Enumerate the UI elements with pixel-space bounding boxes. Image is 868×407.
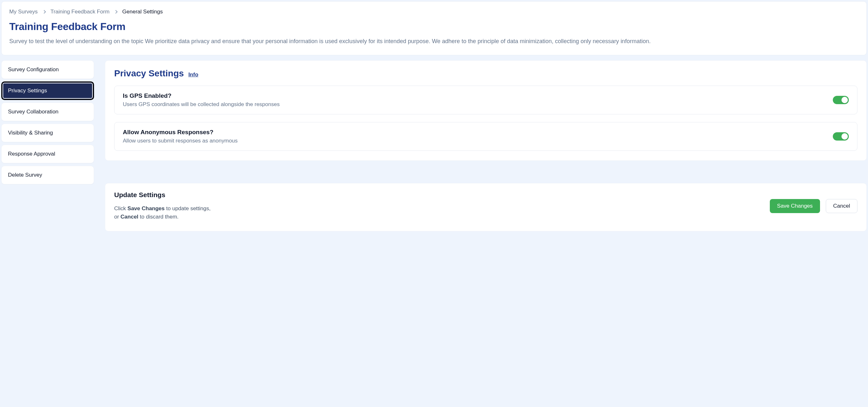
breadcrumb: My Surveys Training Feedback Form Genera… xyxy=(9,9,859,15)
sidebar-item-label: Survey Collaboration xyxy=(8,109,59,115)
setting-title: Allow Anonymous Responses? xyxy=(123,129,238,136)
cancel-button[interactable]: Cancel xyxy=(826,199,858,213)
panel-header: Privacy Settings Info xyxy=(114,68,858,78)
chevron-right-icon xyxy=(42,10,46,13)
panel-title: Privacy Settings xyxy=(114,68,184,78)
settings-sidebar: Survey Configuration Privacy Settings Su… xyxy=(1,60,94,184)
setting-text: Is GPS Enabled? Users GPS coordinates wi… xyxy=(123,92,280,108)
page-description: Survey to test the level of understandin… xyxy=(9,37,859,46)
sidebar-item-survey-collaboration[interactable]: Survey Collaboration xyxy=(1,103,94,121)
sidebar-item-label: Visibility & Sharing xyxy=(8,130,53,136)
sidebar-item-label: Privacy Settings xyxy=(8,88,47,94)
update-text: Click Save Changes to update settings, o… xyxy=(114,204,211,222)
sidebar-item-response-approval[interactable]: Response Approval xyxy=(1,145,94,163)
update-title: Update Settings xyxy=(114,191,211,199)
sidebar-item-visibility-sharing[interactable]: Visibility & Sharing xyxy=(1,124,94,142)
page-title: Training Feedback Form xyxy=(9,21,859,33)
update-text-suffix: to discard them. xyxy=(138,214,179,220)
toggle-gps-enabled[interactable] xyxy=(833,96,849,104)
sidebar-item-label: Delete Survey xyxy=(8,172,42,178)
page-header-card: My Surveys Training Feedback Form Genera… xyxy=(1,1,867,55)
breadcrumb-current: General Settings xyxy=(122,9,163,15)
toggle-knob xyxy=(841,97,848,103)
save-changes-button[interactable]: Save Changes xyxy=(770,199,820,213)
sidebar-item-survey-configuration[interactable]: Survey Configuration xyxy=(1,60,94,79)
update-cancel-strong: Cancel xyxy=(121,214,138,220)
update-text-prefix: Click xyxy=(114,205,128,211)
main-content: Privacy Settings Info Is GPS Enabled? Us… xyxy=(105,60,867,231)
update-text-mid: to update settings, xyxy=(165,205,211,211)
setting-title: Is GPS Enabled? xyxy=(123,92,280,99)
chevron-right-icon xyxy=(114,10,118,13)
update-text-block: Update Settings Click Save Changes to up… xyxy=(114,191,211,222)
setting-description: Allow users to submit responses as anony… xyxy=(123,138,238,144)
update-save-strong: Save Changes xyxy=(128,205,165,211)
privacy-settings-panel: Privacy Settings Info Is GPS Enabled? Us… xyxy=(105,60,867,161)
toggle-knob xyxy=(841,133,848,140)
update-settings-panel: Update Settings Click Save Changes to up… xyxy=(105,183,867,231)
sidebar-item-label: Response Approval xyxy=(8,151,55,157)
button-row: Save Changes Cancel xyxy=(770,199,858,213)
sidebar-item-delete-survey[interactable]: Delete Survey xyxy=(1,166,94,184)
setting-text: Allow Anonymous Responses? Allow users t… xyxy=(123,129,238,144)
breadcrumb-my-surveys[interactable]: My Surveys xyxy=(9,9,38,15)
toggle-anonymous-responses[interactable] xyxy=(833,132,849,141)
setting-description: Users GPS coordinates will be collected … xyxy=(123,101,280,108)
sidebar-item-label: Survey Configuration xyxy=(8,66,59,72)
update-text-or: or xyxy=(114,214,121,220)
setting-anonymous-responses: Allow Anonymous Responses? Allow users t… xyxy=(114,122,858,151)
info-link[interactable]: Info xyxy=(188,72,198,78)
setting-gps-enabled: Is GPS Enabled? Users GPS coordinates wi… xyxy=(114,86,858,114)
sidebar-item-privacy-settings[interactable]: Privacy Settings xyxy=(1,81,94,100)
breadcrumb-training-feedback-form[interactable]: Training Feedback Form xyxy=(51,9,110,15)
